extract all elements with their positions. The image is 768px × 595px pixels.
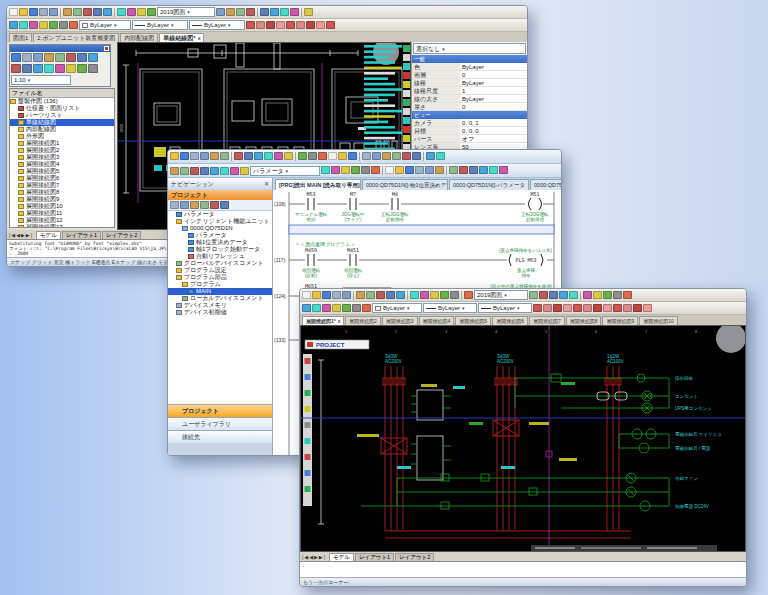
toolbar-icon[interactable] <box>382 152 391 160</box>
layout-tab[interactable]: レイアウト2 <box>395 553 434 561</box>
tree-item[interactable]: 展開接続図11 <box>10 210 114 217</box>
nav-tree-item[interactable]: 0000:QD75D1N <box>168 225 272 232</box>
close-icon[interactable]: x <box>198 35 201 41</box>
toolbar-icon[interactable] <box>69 21 78 29</box>
toolbar-icon[interactable] <box>276 21 285 29</box>
toolbar-icon[interactable] <box>332 304 341 312</box>
toolbar-icon[interactable] <box>623 304 632 312</box>
layout-nav-arrows[interactable]: |◀◀▶▶| <box>9 232 33 238</box>
toolbar-icon[interactable] <box>321 166 330 174</box>
toolbar-icon[interactable] <box>180 167 189 175</box>
nav-view-button[interactable]: プロジェクト <box>168 404 272 417</box>
palette-scale-combo[interactable]: 1:10▾ <box>11 75 71 85</box>
w2-doc-tab[interactable]: 0000:QD75D1N[]-軸1ブロック始動データ <box>530 179 561 190</box>
toolbar-icon[interactable] <box>83 8 92 16</box>
layout-tab[interactable]: モデル <box>36 231 61 239</box>
toolbar-icon[interactable] <box>302 291 311 299</box>
property-row[interactable]: 線種尺度1 <box>412 87 527 95</box>
w3-doc-tab[interactable]: 展開接続図10 <box>639 316 678 325</box>
toolbar-icon[interactable] <box>180 201 189 209</box>
toolbar-icon[interactable] <box>296 21 305 29</box>
w3-doc-tab[interactable]: 展開接続図1*x <box>302 316 344 325</box>
tree-item[interactable]: 単線結線図 <box>10 119 114 126</box>
toolbar-icon[interactable] <box>220 201 229 209</box>
nav-tree-item[interactable]: グローバルデバイスコメント <box>168 260 272 267</box>
toolbar-icon[interactable] <box>312 304 321 312</box>
layer-icon[interactable] <box>403 108 411 115</box>
toolbar-icon[interactable] <box>200 167 209 175</box>
toolbar-icon[interactable] <box>220 152 229 160</box>
tree-item[interactable]: 仕様書・図面リスト <box>10 105 114 112</box>
toolbar-icon[interactable] <box>356 291 365 299</box>
toolbar-icon[interactable] <box>332 291 341 299</box>
toolbar-icon[interactable] <box>361 166 370 174</box>
toolbar-icon[interactable] <box>190 167 199 175</box>
toolbar-icon[interactable] <box>633 304 642 312</box>
nav-tree-item[interactable]: 軸1ブロック始動データ <box>168 246 272 253</box>
toolbar-icon[interactable] <box>543 304 552 312</box>
layer-icon[interactable] <box>403 99 411 106</box>
toolbar-icon[interactable] <box>44 53 54 62</box>
toolbar-icon[interactable] <box>286 21 295 29</box>
toolbar-icon[interactable] <box>103 8 112 16</box>
w1-doc-tab[interactable]: 図面1 <box>9 33 32 42</box>
toolbar-icon[interactable] <box>459 166 468 174</box>
toolbar-icon[interactable] <box>147 8 156 16</box>
w1-linetype-combo[interactable]: ByLayer▾ <box>132 20 188 30</box>
toolbar-icon[interactable] <box>450 291 459 299</box>
property-row[interactable]: 画層0 <box>412 71 527 79</box>
toolbar-icon[interactable] <box>306 21 315 29</box>
toolbar-icon[interactable] <box>33 53 43 62</box>
layer-icon[interactable] <box>403 63 411 70</box>
toolbar-icon[interactable] <box>405 166 414 174</box>
property-row[interactable]: 厚さ0 <box>412 103 527 111</box>
property-row[interactable]: 線の太さByLayer <box>412 95 527 103</box>
tree-item[interactable]: 展開接続図1 <box>10 140 114 147</box>
toolbar-icon[interactable] <box>260 8 269 16</box>
w3-doc-tab[interactable]: 展開接続図8 <box>566 316 602 325</box>
toolbar-icon[interactable] <box>29 21 38 29</box>
toolbar-icon[interactable] <box>305 390 311 396</box>
nav-tree-item[interactable]: インテリジェント機能ユニット <box>168 218 272 225</box>
toolbar-icon[interactable] <box>49 21 58 29</box>
toolbar-icon[interactable] <box>328 152 337 160</box>
toolbar-icon[interactable] <box>342 304 351 312</box>
toolbar-icon[interactable] <box>529 291 538 299</box>
toolbar-icon[interactable] <box>9 21 18 29</box>
properties-selector-combo[interactable]: 選択なし▾ <box>413 43 526 54</box>
toolbar-icon[interactable] <box>312 291 321 299</box>
toolbar-icon[interactable] <box>613 291 622 299</box>
toolbar-icon[interactable] <box>117 8 126 16</box>
layer-icon[interactable] <box>403 72 411 79</box>
toolbar-icon[interactable] <box>623 291 632 299</box>
property-row[interactable]: カメラ0, 0, 1 <box>412 119 527 127</box>
toolbar-icon[interactable] <box>539 291 548 299</box>
toolbar-icon[interactable] <box>305 438 311 444</box>
tree-item[interactable]: パーツリスト <box>10 112 114 119</box>
toolbar-icon[interactable] <box>9 8 18 16</box>
toolbar-icon[interactable] <box>88 53 98 62</box>
toolbar-icon[interactable] <box>569 291 578 299</box>
toolbar-icon[interactable] <box>274 152 283 160</box>
toolbar-icon[interactable] <box>436 152 445 160</box>
toolbar-icon[interactable] <box>449 166 458 174</box>
toolbar-icon[interactable] <box>371 166 380 174</box>
w3-view-combo[interactable]: 2019図面▾ <box>474 290 528 300</box>
toolbar-icon[interactable] <box>290 8 299 16</box>
w3-doc-tab[interactable]: 展開接続図5 <box>455 316 491 325</box>
toolbar-icon[interactable] <box>226 8 235 16</box>
toolbar-icon[interactable] <box>22 64 32 73</box>
toolbar-icon[interactable] <box>322 291 331 299</box>
tree-item[interactable]: 内部配線図 <box>10 126 114 133</box>
toolbar-icon[interactable] <box>464 291 473 299</box>
toolbar-icon[interactable] <box>11 64 21 73</box>
toolbar-icon[interactable] <box>170 167 179 175</box>
tree-item[interactable]: 展開接続図8 <box>10 189 114 196</box>
toolbar-icon[interactable] <box>63 8 72 16</box>
toolbar-icon[interactable] <box>93 8 102 16</box>
toolbar-icon[interactable] <box>583 304 592 312</box>
toolbar-icon[interactable] <box>298 152 307 160</box>
toolbar-icon[interactable] <box>489 166 498 174</box>
toolbar-icon[interactable] <box>549 291 558 299</box>
w1-doc-tab[interactable]: 単線結線図*x <box>159 33 204 42</box>
